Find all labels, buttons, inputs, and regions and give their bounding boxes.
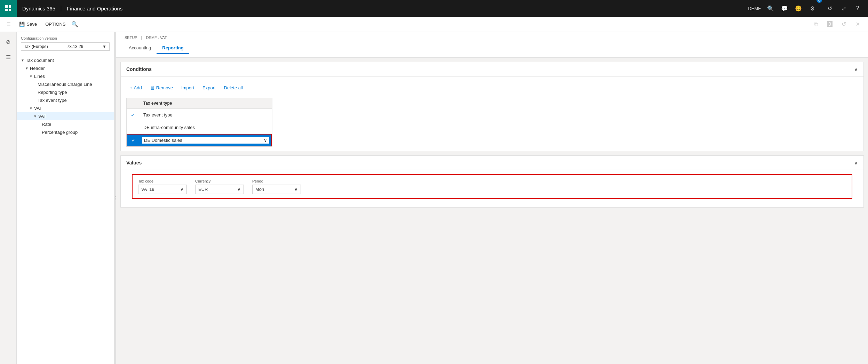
table-header-row: Tax event type [127, 98, 272, 109]
hamburger-icon[interactable]: ≡ [4, 19, 14, 29]
svg-rect-2 [5, 9, 8, 11]
add-button[interactable]: + Add [126, 83, 145, 92]
tree-label: Percentage group [42, 130, 78, 135]
content-header: SETUP | DEMF : VAT Accounting Reporting [116, 32, 868, 58]
main-content: SETUP | DEMF : VAT Accounting Reporting … [116, 32, 868, 364]
config-select-value: Tax (Europe) [24, 44, 48, 49]
tree-item-tax-document[interactable]: ▼ Tax document [17, 56, 114, 64]
fullscreen-button[interactable]: ⤢ [837, 2, 850, 15]
person-button[interactable]: 😊 [792, 2, 805, 15]
values-section-header[interactable]: Values ∧ [121, 156, 863, 170]
action-bar: ≡ 💾 Save OPTIONS 🔍 ⧉ 🅾 ↺ ✕ [0, 17, 868, 32]
tree-item-misc-charge[interactable]: Miscellaneous Charge Line [17, 80, 114, 88]
tree-item-vat-child[interactable]: ▼ VAT [17, 112, 114, 120]
save-disk-icon: 💾 [19, 22, 25, 27]
close-icon[interactable]: ✕ [851, 18, 864, 31]
remove-icon: 🗑 [150, 85, 155, 90]
tab-accounting[interactable]: Accounting [123, 42, 157, 54]
chat-button[interactable]: 💬 [778, 2, 791, 15]
currency-value: EUR [198, 187, 208, 192]
export-button[interactable]: Export [199, 83, 219, 92]
period-field-group: Period Mon ∨ [252, 179, 301, 194]
save-button[interactable]: 💾 Save [16, 20, 40, 28]
tax-code-dropdown[interactable]: VAT19 ∨ [138, 185, 187, 194]
delete-all-label: Delete all [224, 85, 243, 90]
table-row-selected[interactable]: ✓ DE Domestic sales ∨ [127, 134, 272, 146]
conditions-toolbar: + Add 🗑 Remove Import Export Delete all [126, 81, 858, 95]
collapse-icon: ∧ [854, 67, 858, 72]
tax-code-label: Tax code [138, 179, 187, 183]
config-select-version: 73.13.26 [67, 44, 83, 49]
config-select-dropdown[interactable]: Tax (Europe) 73.13.26 ▼ [21, 42, 110, 51]
tree-item-header[interactable]: ▼ Header [17, 64, 114, 72]
tree-label: Reporting type [38, 90, 67, 95]
import-button[interactable]: Import [178, 83, 198, 92]
refresh-button[interactable]: ↺ [823, 2, 836, 15]
currency-field-group: Currency EUR ∨ [195, 179, 244, 194]
inline-dropdown[interactable]: DE Domestic sales ∨ [142, 137, 269, 144]
options-button[interactable]: OPTIONS [42, 20, 69, 28]
options-label: OPTIONS [45, 22, 66, 27]
arrow-icon: ▼ [25, 66, 29, 70]
checkmark-icon: ✓ [131, 112, 135, 118]
help-button[interactable]: ? [851, 2, 864, 15]
currency-dropdown[interactable]: EUR ∨ [195, 185, 244, 194]
tax-event-type-column-header: Tax event type [139, 98, 272, 108]
filter-icon[interactable]: ⊘ [1, 35, 15, 49]
checkmark-white-icon: ✓ [132, 137, 136, 143]
share-icon[interactable]: ⧉ [810, 18, 822, 31]
arrow-icon: ▼ [29, 74, 33, 78]
settings-button[interactable]: ⚙ [806, 2, 819, 15]
tree-label: Tax document [26, 58, 54, 63]
search-button[interactable]: 🔍 [764, 2, 777, 15]
conditions-section: Conditions ∧ + Add 🗑 Remove Import [120, 62, 864, 151]
breadcrumb-setup: SETUP [125, 35, 137, 40]
export-label: Export [202, 85, 216, 90]
main-layout: ⊘ ☰ Configuration version Tax (Europe) 7… [0, 32, 868, 364]
values-section-body: Tax code VAT19 ∨ Currency EUR ∨ [121, 170, 863, 207]
period-dropdown[interactable]: Mon ∨ [252, 185, 301, 194]
row-check-3: ✓ [127, 137, 140, 143]
search-icon[interactable]: 🔍 [71, 21, 78, 27]
tree-item-percentage-group[interactable]: Percentage group [17, 128, 114, 136]
tree-label: Tax event type [38, 98, 67, 103]
table-row[interactable]: DE intra-community sales [127, 121, 272, 134]
app-title: Dynamics 365 Finance and Operations [17, 0, 128, 17]
tax-code-field-group: Tax code VAT19 ∨ [138, 179, 187, 194]
chevron-down-icon: ▼ [102, 44, 106, 49]
remove-button[interactable]: 🗑 Remove [147, 83, 176, 92]
tree-item-vat-parent[interactable]: ▼ VAT [17, 104, 114, 112]
table-row[interactable]: ✓ Tax event type [127, 109, 272, 121]
app-grid-icon[interactable] [0, 0, 17, 17]
tree-item-rate[interactable]: Rate [17, 120, 114, 128]
add-label: Add [134, 85, 142, 90]
tab-reporting-label: Reporting [162, 45, 183, 50]
check-column-header [127, 98, 139, 108]
currency-chevron-icon: ∨ [237, 187, 241, 192]
arrow-icon: ▼ [21, 58, 24, 62]
tab-accounting-label: Accounting [129, 45, 151, 50]
tree-label: VAT [34, 106, 42, 111]
menu-expand-icon[interactable]: ☰ [1, 50, 15, 64]
tax-code-chevron-icon: ∨ [180, 187, 184, 192]
tree-label: VAT [38, 114, 46, 119]
office-icon[interactable]: 🅾 [823, 18, 836, 31]
period-chevron-icon: ∨ [294, 187, 298, 192]
tab-reporting[interactable]: Reporting [157, 42, 189, 54]
values-section: Values ∧ Tax code VAT19 ∨ Currency [120, 155, 864, 208]
conditions-title: Conditions [126, 66, 152, 72]
values-collapse-icon: ∧ [854, 160, 858, 165]
left-nav-tree: Configuration version Tax (Europe) 73.13… [17, 32, 114, 364]
breadcrumb: SETUP | DEMF : VAT [123, 35, 861, 40]
tree-label: Rate [42, 122, 51, 127]
delete-all-button[interactable]: Delete all [221, 83, 246, 92]
conditions-section-header[interactable]: Conditions ∧ [121, 62, 863, 76]
refresh-action-icon[interactable]: ↺ [837, 18, 850, 31]
arrow-icon: ▼ [33, 114, 37, 118]
tree-item-lines[interactable]: ▼ Lines [17, 72, 114, 80]
tree-item-reporting-type[interactable]: Reporting type [17, 88, 114, 96]
breadcrumb-separator: | [141, 35, 142, 40]
breadcrumb-path: DEMF : VAT [146, 35, 167, 40]
tree-item-tax-event-type[interactable]: Tax event type [17, 96, 114, 104]
dropdown-chevron-icon: ∨ [264, 138, 267, 143]
